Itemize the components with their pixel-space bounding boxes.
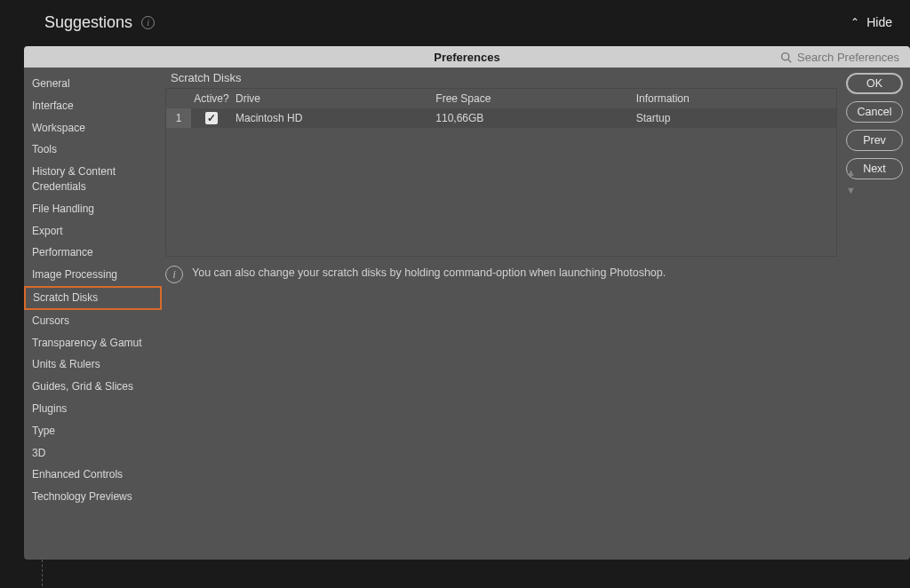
col-active: Active? (191, 92, 232, 105)
sidebar-item-enhanced-controls[interactable]: Enhanced Controls (24, 464, 162, 486)
search-placeholder: Search Preferences (797, 51, 899, 64)
arrow-up-icon[interactable]: ▲ (846, 167, 856, 178)
row-free: 110,66GB (435, 112, 635, 124)
col-info: Information (636, 92, 836, 105)
ok-button[interactable]: OK (846, 73, 903, 94)
table-row[interactable]: 1✓Macintosh HD110,66GBStartup (166, 108, 836, 128)
sidebar-item-export[interactable]: Export (24, 220, 162, 242)
sidebar-item-general[interactable]: General (24, 73, 162, 95)
arrow-down-icon[interactable]: ▼ (846, 185, 856, 195)
sidebar-item-interface[interactable]: Interface (24, 95, 162, 117)
row-info: Startup (636, 112, 836, 124)
sidebar-item-plugins[interactable]: Plugins (24, 398, 162, 420)
hint-text: You can also change your scratch disks b… (192, 266, 666, 282)
sidebar-item-image-processing[interactable]: Image Processing (24, 264, 162, 286)
panel-title: Scratch Disks (171, 71, 837, 84)
info-icon: i (165, 266, 183, 283)
sidebar-item-3d[interactable]: 3D (24, 442, 162, 465)
sidebar-item-workspace[interactable]: Workspace (24, 117, 162, 139)
sidebar-item-performance[interactable]: Performance (24, 242, 162, 264)
hide-label: Hide (866, 15, 892, 29)
hide-button[interactable]: ⌃ Hide (850, 15, 892, 29)
col-drive: Drive (232, 92, 435, 105)
sidebar-item-file-handling[interactable]: File Handling (24, 198, 162, 220)
sidebar-item-tools[interactable]: Tools (24, 139, 162, 161)
search-preferences[interactable]: Search Preferences (780, 51, 899, 64)
preferences-sidebar: GeneralInterfaceWorkspaceToolsHistory & … (24, 68, 162, 560)
active-checkbox[interactable]: ✓ (205, 112, 218, 124)
col-free: Free Space (435, 92, 635, 105)
row-drive: Macintosh HD (232, 112, 435, 124)
sidebar-item-units-rulers[interactable]: Units & Rulers (24, 354, 162, 376)
cancel-button[interactable]: Cancel (846, 101, 903, 123)
suggestions-title: Suggestions (44, 13, 132, 32)
row-number: 1 (166, 108, 191, 128)
sidebar-item-scratch-disks[interactable]: Scratch Disks (24, 286, 162, 310)
sidebar-item-history-content-credentials[interactable]: History & Content Credentials (24, 161, 162, 198)
sidebar-item-technology-previews[interactable]: Technology Previews (24, 486, 162, 508)
sidebar-item-type[interactable]: Type (24, 420, 162, 442)
svg-point-0 (782, 52, 789, 60)
search-icon (780, 52, 792, 63)
sidebar-item-cursors[interactable]: Cursors (24, 310, 162, 332)
svg-line-1 (788, 59, 791, 61)
dialog-title: Preferences (434, 51, 499, 64)
scratch-disks-table: Active? Drive Free Space Information 1✓M… (165, 88, 837, 257)
sidebar-item-guides-grid-slices[interactable]: Guides, Grid & Slices (24, 376, 162, 398)
sidebar-item-transparency-gamut[interactable]: Transparency & Gamut (24, 332, 162, 354)
prev-button[interactable]: Prev (846, 130, 903, 151)
info-icon[interactable]: i (141, 16, 155, 29)
chevron-up-icon: ⌃ (850, 16, 859, 28)
